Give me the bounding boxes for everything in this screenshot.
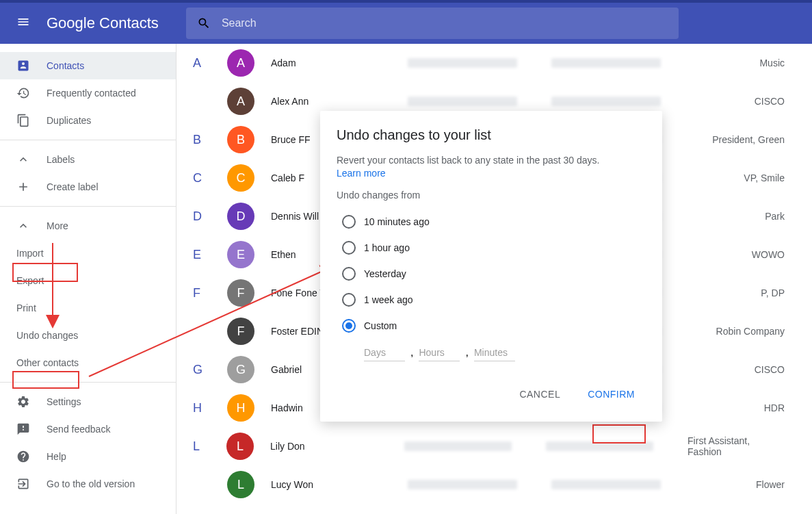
contact-company: HDR: [764, 402, 796, 413]
sidebar-item-undo-changes[interactable]: Undo changes: [0, 322, 176, 349]
minutes-input[interactable]: [474, 344, 515, 361]
section-letter: C: [193, 171, 227, 185]
contact-company: Music: [759, 57, 796, 68]
avatar: A: [227, 88, 254, 115]
contact-company: First Assistant, Fashion: [687, 435, 796, 457]
sidebar-item-print[interactable]: Print: [0, 294, 176, 322]
sidebar-item-old-version[interactable]: Go to the old version: [0, 470, 176, 498]
contact-row[interactable]: L L Lily Don First Assistant, Fashion: [176, 427, 812, 465]
chevron-up-icon: [16, 219, 30, 233]
days-input[interactable]: [364, 344, 405, 361]
radio-icon: [342, 293, 356, 307]
contact-row[interactable]: A A Adam Music: [176, 44, 812, 82]
contact-company: CISCO: [755, 364, 796, 375]
sidebar-item-labels[interactable]: Labels: [0, 146, 176, 173]
learn-more-link[interactable]: Learn more: [337, 168, 646, 179]
contact-name: Lucy Won: [271, 479, 408, 490]
sidebar-item-more[interactable]: More: [0, 212, 176, 240]
radio-icon: [342, 267, 356, 281]
section-letter: A: [193, 56, 227, 70]
cancel-button[interactable]: CANCEL: [508, 383, 571, 405]
redacted-field: [551, 480, 661, 489]
redacted-field: [408, 58, 517, 68]
hours-input[interactable]: [419, 344, 460, 361]
divider: [0, 206, 176, 207]
search-box[interactable]: [186, 8, 679, 39]
search-icon: [197, 16, 211, 30]
sidebar-item-other-contacts[interactable]: Other contacts: [0, 349, 176, 376]
confirm-button[interactable]: CONFIRM: [577, 383, 646, 405]
dialog-subtitle: Undo changes from: [337, 190, 646, 201]
sidebar-item-help[interactable]: Help: [0, 443, 176, 470]
sidebar-item-import[interactable]: Import: [0, 240, 176, 267]
comma: ,: [410, 346, 413, 359]
dialog-description: Revert your contacts list back to any st…: [337, 154, 646, 168]
sidebar-item-label: Duplicates: [47, 115, 91, 126]
avatar: F: [227, 279, 254, 307]
avatar: F: [227, 318, 254, 345]
redacted-field: [551, 58, 661, 68]
sidebar-item-feedback[interactable]: Send feedback: [0, 415, 176, 443]
contacts-icon: [16, 59, 30, 73]
avatar: L: [226, 433, 254, 460]
sidebar-item-label: Contacts: [47, 60, 84, 71]
sidebar-item-label: Frequently contacted: [47, 88, 136, 99]
sidebar-item-create-label[interactable]: Create label: [0, 173, 176, 201]
section-letter: L: [193, 439, 226, 454]
contact-company: Robin Company: [716, 326, 796, 337]
avatar: L: [227, 471, 254, 498]
gear-icon: [16, 395, 30, 409]
avatar: D: [227, 203, 254, 230]
radio-label: 1 hour ago: [364, 242, 410, 253]
sidebar-item-frequently[interactable]: Frequently contacted: [0, 79, 176, 107]
contact-company: WOWO: [752, 249, 796, 260]
comma: ,: [465, 346, 468, 359]
contact-name: Adam: [271, 57, 408, 68]
section-letter: G: [193, 363, 227, 377]
sidebar-item-export[interactable]: Export: [0, 267, 176, 294]
sidebar-item-duplicates[interactable]: Duplicates: [0, 107, 176, 134]
redacted-field: [408, 480, 517, 489]
contact-company: Park: [765, 211, 796, 222]
plus-icon: [16, 180, 30, 194]
contact-row[interactable]: L Lucy Won Flower: [176, 465, 812, 504]
contact-company: CISCO: [755, 96, 796, 107]
sidebar: Contacts Frequently contacted Duplicates…: [0, 44, 176, 514]
radio-custom[interactable]: Custom: [337, 313, 646, 339]
radio-label: 10 minutes ago: [364, 216, 430, 227]
sidebar-item-label: Labels: [47, 154, 75, 165]
sidebar-item-contacts[interactable]: Contacts: [0, 52, 176, 79]
radio-1-hour[interactable]: 1 hour ago: [337, 235, 646, 261]
divider: [0, 140, 176, 140]
sidebar-item-settings[interactable]: Settings: [0, 388, 176, 415]
search-input[interactable]: [222, 17, 668, 29]
section-letter: F: [193, 286, 227, 300]
sidebar-item-label: Help: [47, 451, 66, 462]
redacted-field: [408, 97, 517, 106]
contact-company: President, Green: [712, 134, 796, 145]
redacted-field: [551, 97, 661, 106]
avatar: A: [227, 49, 254, 77]
radio-10-minutes[interactable]: 10 minutes ago: [337, 209, 646, 235]
hamburger-menu-icon[interactable]: [11, 10, 36, 37]
contact-name: Lily Don: [270, 441, 404, 452]
sidebar-item-label: More: [47, 220, 68, 231]
app-logo[interactable]: Google Contacts: [47, 14, 159, 32]
sidebar-item-label: Go to the old version: [47, 478, 135, 489]
contact-name: Alex Ann: [271, 96, 408, 107]
avatar: H: [227, 394, 254, 422]
sidebar-item-label: Create label: [47, 181, 99, 192]
radio-icon: [342, 241, 356, 255]
sidebar-item-label: Send feedback: [47, 424, 110, 435]
radio-yesterday[interactable]: Yesterday: [337, 261, 646, 287]
radio-label: 1 week ago: [364, 294, 413, 305]
exit-icon: [16, 477, 30, 491]
feedback-icon: [16, 422, 30, 436]
radio-icon: [342, 319, 356, 333]
section-letter: D: [193, 209, 227, 224]
section-letter: H: [193, 401, 227, 415]
radio-1-week[interactable]: 1 week ago: [337, 287, 646, 313]
avatar: B: [227, 126, 254, 153]
section-letter: E: [193, 248, 227, 262]
dialog-title: Undo changes to your list: [337, 127, 646, 143]
